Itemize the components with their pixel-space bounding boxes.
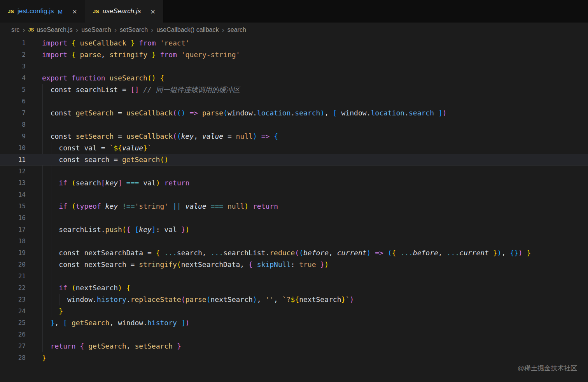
code-line[interactable]: 7 const getSearch = useCallback(() => pa… [0, 107, 588, 119]
token [42, 132, 51, 140]
code-line[interactable]: 17 searchList.push({ [key]: val }) [0, 224, 588, 235]
code-text: const search = getSearch() [42, 154, 168, 166]
code-editor[interactable]: 1import { useCallback } from 'react'2imp… [0, 37, 588, 364]
token: history [147, 319, 177, 327]
code-line[interactable]: 21 [0, 270, 588, 282]
line-number[interactable]: 24 [0, 305, 26, 317]
code-text: return { getSearch, setSearch } [42, 340, 181, 352]
code-line[interactable]: 19 const nextSearchData = { ...search, .… [0, 247, 588, 259]
token: ] [438, 109, 443, 117]
line-number[interactable]: 11 [0, 154, 26, 166]
line-number[interactable]: 20 [0, 259, 26, 270]
line-number[interactable]: 17 [0, 224, 26, 235]
code-line[interactable]: 10 const val = `${value}` [0, 142, 588, 154]
code-line[interactable]: 18 [0, 235, 588, 247]
token: = [114, 132, 126, 140]
token: // 同一组件连续调用的缓冲区 [143, 85, 240, 94]
code-line[interactable]: 26 [0, 329, 588, 340]
code-line[interactable]: 2import { parse, stringify } from 'query… [0, 49, 588, 61]
line-number[interactable]: 19 [0, 247, 26, 259]
line-number[interactable]: 28 [0, 352, 26, 364]
breadcrumb-item-usecallback-callback[interactable]: useCallback() callback [156, 26, 219, 33]
breadcrumb-item-search[interactable]: search [227, 26, 247, 33]
code-line[interactable]: 9 const setSearch = useCallback((key, va… [0, 131, 588, 142]
breadcrumb-item-usesearch[interactable]: useSearch [80, 26, 112, 33]
line-number[interactable]: 8 [0, 119, 26, 131]
token [253, 260, 257, 269]
line-number[interactable]: 22 [0, 282, 26, 294]
line-number[interactable]: 21 [0, 270, 26, 282]
code-line[interactable]: 16 [0, 212, 588, 224]
line-number[interactable]: 15 [0, 201, 26, 212]
token: } [493, 249, 497, 257]
line-number[interactable]: 14 [0, 189, 26, 201]
token [206, 202, 211, 210]
line-number[interactable]: 26 [0, 329, 26, 340]
token: ] [152, 225, 156, 234]
token: useSearch [109, 74, 147, 82]
code-line[interactable]: 20 const nextSearch = stringify(nextSear… [0, 259, 588, 270]
token: ) [324, 260, 329, 269]
tab-label: jest.config.js [18, 7, 54, 15]
code-line[interactable]: 5 const searchList = [] // 同一组件连续调用的缓冲区 [0, 84, 588, 96]
token: nextSearchData, [181, 260, 248, 269]
line-number[interactable]: 18 [0, 235, 26, 247]
code-line[interactable]: 14 [0, 189, 588, 201]
line-number[interactable]: 9 [0, 131, 26, 142]
code-line[interactable]: 12 [0, 166, 588, 177]
code-line[interactable]: 22 if (nextSearch) { [0, 282, 588, 294]
token: `? [282, 295, 291, 304]
code-line[interactable]: 28} [0, 352, 588, 364]
line-number[interactable]: 6 [0, 96, 26, 107]
token: } [152, 51, 156, 59]
code-line[interactable]: 8 [0, 119, 588, 131]
line-number[interactable]: 1 [0, 37, 26, 49]
token: before [303, 249, 329, 257]
close-icon[interactable]: × [148, 7, 158, 16]
code-line[interactable]: 3 [0, 61, 588, 72]
token: ( [122, 225, 126, 234]
line-number[interactable]: 5 [0, 84, 26, 96]
token: ( [160, 155, 164, 164]
code-line[interactable]: 6 [0, 96, 588, 107]
line-number[interactable]: 16 [0, 212, 26, 224]
code-line[interactable]: 27 return { getSearch, setSearch } [0, 340, 588, 352]
code-line[interactable]: 25 }, [ getSearch, window.history ]) [0, 317, 588, 329]
code-line[interactable]: 13 if (search[key] === val) return [0, 177, 588, 189]
code-line[interactable]: 24 } [0, 305, 588, 317]
tab-useSearch.js[interactable]: JSuseSearch.js× [85, 0, 163, 23]
code-line[interactable]: 23 window.history.replaceState(parse(nex… [0, 294, 588, 305]
token [135, 39, 139, 47]
line-number[interactable]: 27 [0, 340, 26, 352]
code-text: } [42, 305, 63, 317]
line-number[interactable]: 23 [0, 294, 26, 305]
breadcrumb-item-usesearch.js[interactable]: JSuseSearch.js [28, 26, 74, 33]
token [523, 249, 527, 257]
breadcrumb-item-src[interactable]: src [10, 26, 20, 33]
line-number[interactable]: 4 [0, 72, 26, 84]
line-number[interactable]: 12 [0, 166, 26, 177]
close-icon[interactable]: × [70, 7, 79, 16]
tab-jest.config.js[interactable]: JSjest.config.jsM× [0, 0, 85, 23]
code-line[interactable]: 4export function useSearch() { [0, 72, 588, 84]
line-number[interactable]: 10 [0, 142, 26, 154]
code-line[interactable]: 15 if (typeof key !=='string' || value =… [0, 201, 588, 212]
breadcrumb-item-setsearch[interactable]: setSearch [119, 26, 149, 33]
token [72, 109, 76, 117]
token: , [194, 132, 202, 140]
token: ( [72, 284, 76, 292]
token: before [413, 249, 438, 257]
line-number[interactable]: 25 [0, 317, 26, 329]
code-line[interactable]: 11 const search = getSearch() [0, 154, 588, 166]
line-number[interactable]: 7 [0, 107, 26, 119]
token: ) [320, 109, 324, 117]
chevron-right-icon: › [23, 26, 25, 34]
line-number[interactable]: 3 [0, 61, 26, 72]
token: 'string' [135, 202, 168, 210]
token [67, 51, 72, 59]
line-number[interactable]: 2 [0, 49, 26, 61]
breadcrumb-label: search [228, 26, 246, 33]
line-number[interactable]: 13 [0, 177, 26, 189]
code-line[interactable]: 1import { useCallback } from 'react' [0, 37, 588, 49]
token [270, 132, 274, 140]
